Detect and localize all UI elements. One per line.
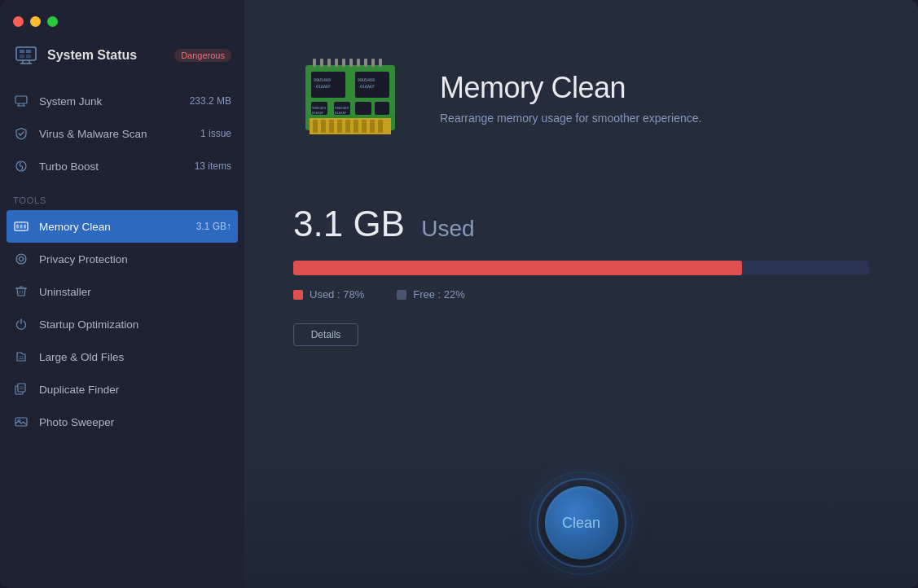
svg-rect-80 [305,116,395,118]
legend-used-label: Used : 78% [310,288,364,301]
svg-rect-62 [357,59,360,67]
memory-icon [13,218,29,235]
memory-stats: 3.1 GB Used Used : 78% Free : 22% [244,187,918,301]
svg-rect-53 [362,120,367,133]
svg-text:016AEF: 016AEF [335,111,347,115]
svg-rect-55 [378,120,383,133]
trash-icon [13,283,29,300]
memory-used-text: Used [421,216,474,241]
system-status-icon [13,42,39,68]
svg-rect-47 [313,120,318,133]
svg-text:-016AEF: -016AEF [358,84,375,89]
clean-button[interactable]: Clean [545,486,618,559]
svg-rect-54 [370,120,375,133]
dangerous-badge: Dangerous [174,49,231,62]
svg-rect-56 [313,59,316,67]
svg-rect-59 [335,59,338,67]
ram-icon: 99U5469 -016AEF 99U5469 -016AEF 99U5469 … [293,41,407,155]
photo-icon [13,414,29,430]
main-title: Memory Clean [440,71,701,105]
virus-malware-value: 1 issue [200,128,231,139]
main-title-area: Memory Clean Rearrange memory usage for … [440,71,701,125]
sidebar-item-turbo-boost[interactable]: Turbo Boost 13 items [0,150,244,182]
titlebar [0,0,244,42]
copy-icon [13,381,29,397]
svg-rect-61 [349,59,353,67]
memory-clean-label: Memory Clean [39,221,187,233]
main-header: 99U5469 -016AEF 99U5469 -016AEF 99U5469 … [244,0,918,187]
sidebar-item-photo-sweeper[interactable]: Photo Sweeper [0,406,244,438]
files-icon [13,349,29,365]
memory-used-fill [293,261,742,275]
svg-rect-51 [345,120,350,133]
minimize-button[interactable] [30,16,41,27]
svg-rect-64 [371,59,375,67]
turbo-boost-value: 13 items [195,160,231,172]
privacy-icon [13,251,29,267]
memory-value: 3.1 GB [293,204,405,244]
clean-button-outer: Clean [537,478,626,568]
privacy-protection-label: Privacy Protection [39,253,231,265]
svg-rect-18 [24,225,26,229]
svg-rect-8 [15,96,27,103]
memory-progress-bar [293,261,869,275]
sidebar: System Status Dangerous System Junk 233.… [0,0,244,588]
svg-text:99U5469: 99U5469 [335,106,349,110]
svg-rect-65 [379,59,382,67]
svg-line-13 [20,132,24,135]
legend-free: Free : 22% [397,288,465,301]
sidebar-item-virus-malware[interactable]: Virus & Malware Scan 1 issue [0,117,244,150]
svg-text:016AEF: 016AEF [312,111,324,115]
duplicate-finder-label: Duplicate Finder [39,384,231,396]
svg-point-28 [20,257,24,261]
clean-area: Clean [244,458,918,588]
svg-rect-39 [18,384,25,392]
svg-rect-17 [20,225,23,229]
large-old-files-label: Large & Old Files [39,351,231,363]
shield-icon [13,125,29,142]
sidebar-nav: System Junk 233.2 MB Virus & Malware Sca… [0,81,244,186]
legend-used: Used : 78% [293,288,364,301]
memory-clean-value: 3.1 GB↑ [196,221,231,232]
system-junk-value: 233.2 MB [190,95,231,107]
sidebar-item-system-junk[interactable]: System Junk 233.2 MB [0,85,244,117]
photo-sweeper-label: Photo Sweeper [39,416,231,428]
svg-rect-16 [16,225,19,229]
svg-rect-79 [375,102,389,115]
close-button[interactable] [13,16,24,27]
sidebar-item-uninstaller[interactable]: Uninstaller [0,275,244,308]
sidebar-item-duplicate-finder[interactable]: Duplicate Finder [0,373,244,406]
svg-rect-1 [20,50,24,53]
fullscreen-button[interactable] [47,16,58,27]
virus-malware-label: Virus & Malware Scan [39,128,191,140]
sidebar-item-privacy-protection[interactable]: Privacy Protection [0,243,244,275]
memory-legend: Used : 78% Free : 22% [293,288,869,301]
main-subtitle: Rearrange memory usage for smoother expe… [440,112,701,125]
svg-text:99U5469: 99U5469 [358,77,375,82]
svg-text:99U5469: 99U5469 [314,77,331,82]
svg-rect-52 [354,120,358,133]
sidebar-item-large-old-files[interactable]: Large & Old Files [0,340,244,373]
svg-rect-58 [327,59,331,67]
turbo-boost-label: Turbo Boost [39,160,185,173]
details-button[interactable]: Details [293,323,358,346]
svg-text:-016AEF: -016AEF [314,84,331,89]
memory-used-display: 3.1 GB Used [293,204,869,244]
system-junk-label: System Junk [39,95,180,108]
monitor-icon [13,93,29,109]
system-status-header: System Status Dangerous [0,42,244,81]
main-content: 99U5469 -016AEF 99U5469 -016AEF 99U5469 … [244,0,918,588]
free-dot [397,290,406,300]
tools-label: Tools [0,186,244,210]
svg-rect-60 [342,59,345,67]
system-status-title: System Status [47,48,166,63]
startup-optimization-label: Startup Optimization [39,318,231,331]
svg-rect-3 [20,55,24,58]
sidebar-item-memory-clean[interactable]: Memory Clean 3.1 GB↑ [7,210,238,243]
legend-free-label: Free : 22% [413,288,465,301]
svg-rect-63 [364,59,367,67]
sidebar-item-startup-optimization[interactable]: Startup Optimization [0,308,244,340]
svg-text:99U5469: 99U5469 [312,106,326,110]
tools-section: Tools Memory Clean [0,186,244,438]
svg-rect-48 [321,120,326,133]
